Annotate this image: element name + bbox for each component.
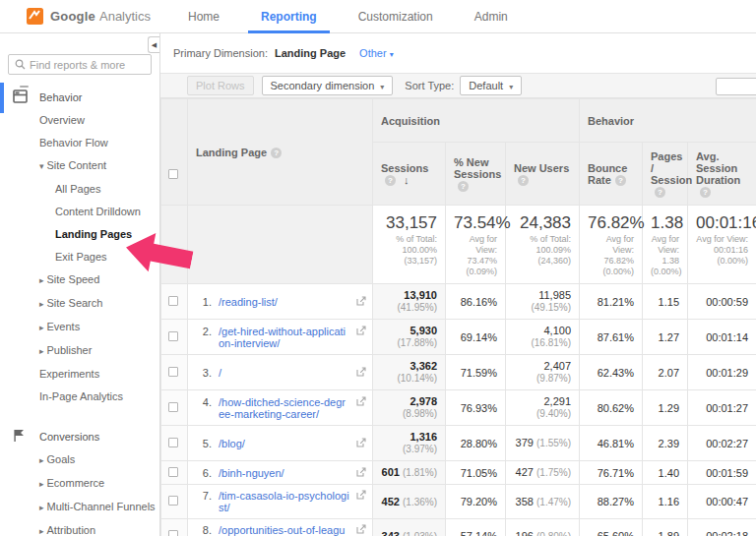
- landing-page-link[interactable]: /get-hired-without-application-interview…: [219, 326, 351, 349]
- sidebar-item-label: Goals: [47, 453, 76, 465]
- new-users-column-header[interactable]: New Users?: [506, 143, 580, 206]
- sidebar-item-label: Publisher: [47, 344, 93, 356]
- sessions-cell: 601 (1.81%): [373, 461, 446, 485]
- help-icon[interactable]: ?: [615, 175, 626, 186]
- sidebar-item-events[interactable]: ▸Events: [0, 316, 159, 339]
- chevron-right-icon: ▸: [39, 275, 44, 285]
- table-row: 3./3,362 (10.14%)71.59%2,407 (9.87%)62.4…: [161, 355, 756, 390]
- bounce-rate-column-header[interactable]: Bounce Rate?: [580, 143, 643, 206]
- sidebar-item-all-pages[interactable]: All Pages: [0, 178, 159, 201]
- main-nav: HomeReportingCustomizationAdmin: [167, 0, 529, 33]
- open-in-new-icon[interactable]: [356, 490, 366, 502]
- row-checkbox[interactable]: [168, 331, 178, 341]
- landing-page-link[interactable]: /tim-casasola-io-psychologist/: [219, 490, 351, 513]
- plot-rows-button[interactable]: Plot Rows: [187, 76, 254, 95]
- open-in-new-icon[interactable]: [356, 467, 366, 479]
- brand[interactable]: Google Analytics: [0, 8, 167, 25]
- open-in-new-icon[interactable]: [356, 296, 366, 308]
- sidebar-search[interactable]: [8, 54, 152, 75]
- sidebar-item-site-search[interactable]: ▸Site Search: [0, 292, 159, 316]
- sidebar-item-publisher[interactable]: ▸Publisher: [0, 339, 159, 363]
- report-area: Primary Dimension: Landing Page Other ▾ …: [160, 33, 756, 536]
- help-icon[interactable]: ?: [458, 181, 469, 192]
- sidebar-item-label: Exit Pages: [55, 251, 107, 263]
- open-in-new-icon[interactable]: [356, 438, 366, 449]
- help-icon[interactable]: ?: [518, 175, 529, 186]
- totals-new-sessions: 73.54%Avg for View: 73.47% (0.09%): [446, 206, 506, 284]
- help-icon[interactable]: ?: [271, 148, 282, 158]
- table-row: 8./opportunities-out-of-league/343 (1.03…: [161, 519, 756, 536]
- landing-page-link[interactable]: /binh-nguyen/: [219, 467, 351, 479]
- top-header: Google Analytics HomeReportingCustomizat…: [0, 0, 756, 33]
- sidebar-item-label: Landing Pages: [55, 228, 132, 240]
- bounce-rate-cell: 65.60%: [580, 519, 643, 536]
- row-checkbox[interactable]: [168, 467, 178, 477]
- open-in-new-icon[interactable]: [356, 367, 366, 379]
- sidebar-item-attribution[interactable]: ▸Attribution: [0, 519, 159, 536]
- sidebar-nav: BehaviorOverviewBehavior Flow▾Site Conte…: [0, 87, 159, 536]
- new-sessions-cell: 57.14%: [446, 519, 506, 536]
- sidebar-item-behavior[interactable]: Behavior: [0, 87, 159, 109]
- nav-tab-home[interactable]: Home: [167, 0, 240, 33]
- nav-tab-customization[interactable]: Customization: [338, 0, 454, 33]
- table-search-input[interactable]: [716, 78, 756, 95]
- row-checkbox[interactable]: [168, 402, 178, 412]
- sidebar-item-ecommerce[interactable]: ▸Ecommerce: [0, 472, 159, 496]
- secondary-dimension-button[interactable]: Secondary dimension▾: [262, 76, 394, 95]
- sidebar-collapse-button[interactable]: ◀: [148, 36, 159, 53]
- row-checkbox[interactable]: [168, 530, 178, 536]
- sidebar-item-conversions[interactable]: Conversions: [0, 426, 159, 448]
- row-index: 7.: [194, 490, 212, 502]
- open-in-new-icon[interactable]: [356, 396, 366, 408]
- sidebar-item-exit-pages[interactable]: Exit Pages: [0, 246, 159, 268]
- primary-dimension-value[interactable]: Landing Page: [275, 47, 346, 59]
- select-all-checkbox[interactable]: [168, 169, 178, 179]
- row-checkbox[interactable]: [168, 367, 178, 377]
- sidebar-item-content-drilldown[interactable]: Content Drilldown: [0, 201, 159, 223]
- landing-page-link[interactable]: /reading-list/: [219, 296, 351, 308]
- help-icon[interactable]: ?: [655, 187, 665, 198]
- landing-page-link[interactable]: /how-ditched-science-degree-marketing-ca…: [219, 396, 351, 420]
- totals-duration: 00:01:16Avg for View: 00:01:16 (0.00%): [688, 206, 756, 284]
- new-users-cell: 2,291 (9.40%): [506, 390, 580, 426]
- sidebar-item-goals[interactable]: ▸Goals: [0, 448, 159, 472]
- session-duration-column-header[interactable]: Avg. Session Duration?: [688, 143, 756, 206]
- sidebar-item-behavior-flow[interactable]: Behavior Flow: [0, 132, 159, 154]
- row-checkbox[interactable]: [168, 496, 178, 506]
- landing-page-link[interactable]: /: [219, 367, 351, 379]
- row-index: 1.: [194, 296, 212, 308]
- bounce-rate-cell: 76.71%: [580, 461, 643, 485]
- new-sessions-cell: 79.20%: [446, 485, 506, 519]
- sidebar-item-in-page-analytics[interactable]: In-Page Analytics: [0, 386, 159, 408]
- nav-tab-admin[interactable]: Admin: [454, 0, 529, 33]
- landing-page-column-header[interactable]: Landing Page?: [188, 99, 373, 206]
- sessions-column-header[interactable]: Sessions?↓: [373, 143, 446, 206]
- pages-session-cell: 2.07: [643, 355, 688, 390]
- search-input[interactable]: [30, 59, 151, 71]
- nav-tab-reporting[interactable]: Reporting: [240, 0, 338, 33]
- sidebar-item-experiments[interactable]: Experiments: [0, 363, 159, 386]
- landing-page-link[interactable]: /opportunities-out-of-league/: [219, 524, 351, 536]
- sidebar-item-site-speed[interactable]: ▸Site Speed: [0, 268, 159, 292]
- row-checkbox[interactable]: [168, 438, 178, 447]
- help-icon[interactable]: ?: [385, 175, 396, 186]
- sort-type-button[interactable]: Default▾: [460, 76, 522, 95]
- acquisition-group-header: Acquisition: [373, 99, 580, 143]
- help-icon[interactable]: ?: [700, 187, 711, 198]
- row-checkbox[interactable]: [168, 296, 178, 306]
- sidebar-item-label: Conversions: [39, 432, 99, 443]
- sidebar-item-site-content[interactable]: ▾Site Content: [0, 154, 159, 178]
- sidebar-item-label: Events: [47, 321, 81, 332]
- sidebar-item-landing-pages[interactable]: Landing Pages: [0, 223, 159, 246]
- sidebar-item-multi-channel-funnels[interactable]: ▸Multi-Channel Funnels: [0, 496, 159, 519]
- other-dimension-link[interactable]: Other ▾: [359, 47, 394, 59]
- open-in-new-icon[interactable]: [356, 524, 366, 536]
- sidebar-item-overview[interactable]: Overview: [0, 109, 159, 132]
- open-in-new-icon[interactable]: [356, 326, 366, 337]
- landing-page-link[interactable]: /blog/: [219, 438, 351, 449]
- new-sessions-column-header[interactable]: % New Sessions?: [446, 143, 506, 206]
- landing-page-cell: 4./how-ditched-science-degree-marketing-…: [188, 390, 373, 426]
- pages-session-column-header[interactable]: Pages / Session?: [643, 143, 688, 206]
- sidebar-item-label: Content Drilldown: [55, 206, 141, 217]
- row-checkbox-cell: [161, 390, 188, 426]
